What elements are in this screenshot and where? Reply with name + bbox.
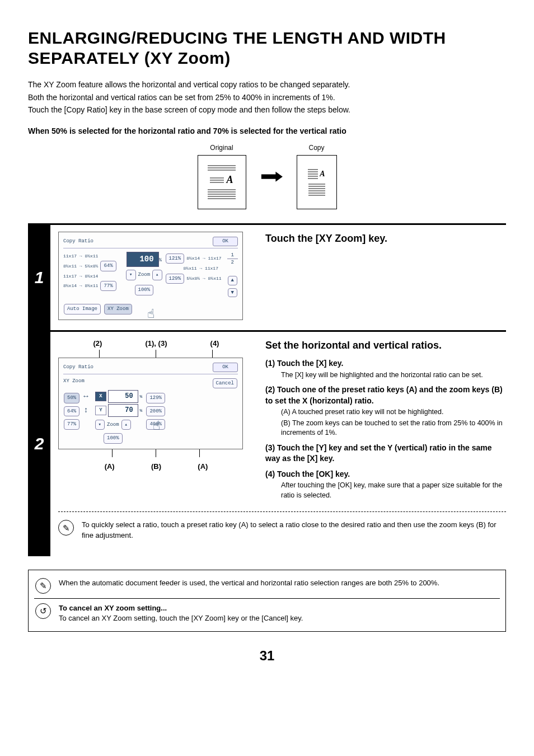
page-title: ENLARGING/REDUCING THE LENGTH AND WIDTH … [28, 28, 506, 68]
horiz-icon: ↔ [83, 391, 93, 402]
lcd1-title: Copy Ratio [63, 238, 93, 245]
step-1-number: 1 [28, 225, 50, 330]
ratio-display: 100 [127, 252, 159, 267]
preset-64b[interactable]: 64% [64, 406, 79, 417]
page-number: 31 [28, 646, 506, 665]
vert-icon: ↕ [83, 405, 93, 416]
copy-box: A [297, 155, 337, 209]
example-condition: When 50% is selected for the horizontal … [28, 126, 506, 137]
callouts-top: (2) (1), (3) (4) [58, 339, 254, 349]
step2-sub1-head: (1) Touch the [X] key. [265, 358, 506, 369]
pointer-icon: ☝ [147, 307, 154, 324]
preset-121[interactable]: 121% [166, 253, 185, 264]
intro-p1: The XY Zoom feature allows the horizonta… [28, 79, 506, 91]
zoom-up-button[interactable]: ▴ [152, 270, 162, 280]
x-key[interactable]: X [95, 392, 106, 401]
step2-sub4-body: After touching the [OK] key, make sure t… [281, 481, 506, 500]
step2-lcd: Copy Ratio OK XY Zoom Cancel 50% 64% [58, 358, 243, 449]
step2-sub4-head: (4) Touch the [OK] key. [265, 469, 506, 480]
lcd2-ok-button[interactable]: OK [213, 363, 238, 372]
step2-sub3-head: (3) Touch the [Y] key and set the Y (ver… [265, 443, 506, 464]
step2-sub1-body: The [X] key will be highlighted and the … [281, 370, 506, 381]
lcd1-ok-button[interactable]: OK [213, 237, 238, 246]
zoom-label-2: Zoom [107, 421, 119, 429]
step2-tip-text: To quickly select a ratio, touch a prese… [82, 520, 506, 540]
original-box: A [198, 155, 246, 209]
step-2-number: 2 [28, 332, 50, 556]
step-1: 1 Copy Ratio OK 11x17 → 8½x11 8½x11 → 5 [28, 223, 506, 330]
pointer-icon-2: ☝ [153, 419, 160, 436]
hundred-button[interactable]: 100% [135, 285, 154, 295]
lcd2-subtitle: XY Zoom [63, 378, 85, 389]
cancel-body: To cancel an XY Zoom setting, touch the … [59, 613, 303, 623]
xy-zoom-button[interactable]: XY Zoom [104, 304, 132, 314]
intro-text: The XY Zoom feature allows the horizonta… [28, 79, 506, 116]
arrow-icon: ➡ [260, 162, 283, 190]
page-down-button[interactable]: ▼ [228, 288, 237, 298]
zoom-up-button-2[interactable]: ▴ [121, 420, 131, 430]
intro-p2: Both the horizontal and vertical ratios … [28, 92, 506, 104]
preset-129[interactable]: 129% [166, 274, 185, 284]
x-value: 50 [108, 390, 138, 403]
back-arrow-icon: ↺ [35, 603, 51, 619]
cancel-button[interactable]: Cancel [213, 378, 237, 389]
step2-sub2-head: (2) Touch one of the preset ratio keys (… [265, 384, 506, 406]
callouts-bottom: (A) (B) (A) [58, 462, 254, 472]
step1-title: Touch the [XY Zoom] key. [265, 232, 506, 246]
zoom-label: Zoom [138, 271, 151, 279]
zoom-down-button[interactable]: ▾ [126, 270, 135, 280]
zoom-down-button-2[interactable]: ▾ [95, 420, 105, 430]
intro-p3: Touch the [Copy Ratio] key in the base s… [28, 105, 506, 116]
step1-lcd: Copy Ratio OK 11x17 → 8½x11 8½x11 → 5½x8… [58, 232, 243, 320]
page-up-button[interactable]: ▲ [228, 276, 237, 285]
preset-64[interactable]: 64% [100, 261, 116, 271]
note-line1: When the automatic document feeder is us… [59, 578, 439, 588]
auto-image-button[interactable]: Auto Image [64, 304, 101, 314]
pencil-note-icon-2: ✎ [35, 578, 51, 594]
preset-77b[interactable]: 77% [64, 419, 79, 430]
cancel-head: To cancel an XY zoom setting... [59, 603, 303, 613]
note-box: ✎ When the automatic document feeder is … [28, 570, 506, 632]
pencil-note-icon: ✎ [58, 520, 74, 536]
preset-77[interactable]: 77% [100, 281, 116, 292]
y-key[interactable]: Y [95, 406, 106, 415]
step2-sub2-b: (B) The zoom keys can be touched to set … [281, 419, 506, 438]
preset-200[interactable]: 200% [146, 406, 165, 417]
lcd2-title: Copy Ratio [63, 364, 93, 371]
preset-50[interactable]: 50% [64, 393, 79, 403]
y-value: 70 [108, 404, 138, 417]
step2-sub2-a: (A) A touched preset ratio key will not … [281, 407, 506, 417]
example-diagram: Original A ➡ Copy A [28, 143, 506, 209]
step2-tip: ✎ To quickly select a ratio, touch a pre… [58, 520, 506, 540]
step2-title: Set the horizontal and vertical ratios. [265, 339, 506, 353]
original-label: Original [198, 143, 246, 153]
preset-129b[interactable]: 129% [146, 393, 165, 403]
step-2: 2 (2) (1), (3) (4) Copy Ratio OK [28, 330, 506, 556]
hundred-button-2[interactable]: 100% [104, 433, 123, 444]
copy-label: Copy [297, 143, 337, 153]
